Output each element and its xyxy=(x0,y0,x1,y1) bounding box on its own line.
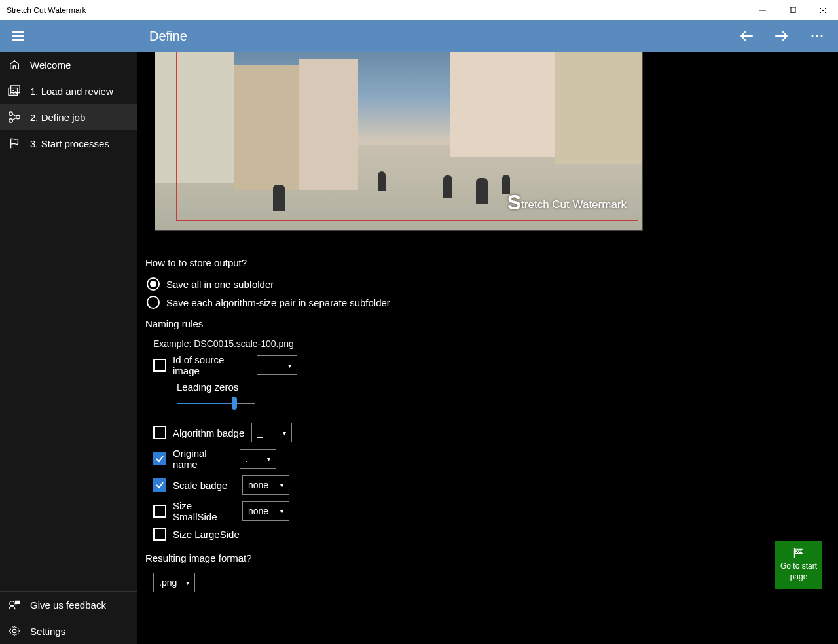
sidebar-item-load[interactable]: 1. Load and review xyxy=(0,78,137,104)
radio-label: Save each algorithm-size pair in separat… xyxy=(166,297,390,308)
chevron-down-icon: ▾ xyxy=(283,429,286,437)
row-id-source-image: Id of source image _ ▾ xyxy=(153,354,838,376)
crop-guide-right-line xyxy=(638,52,638,241)
svg-rect-25 xyxy=(796,552,797,554)
radio-label: Save all in one subfolder xyxy=(166,279,274,290)
checkbox-size-small[interactable] xyxy=(153,505,166,518)
checkbox-label: Size SmallSide xyxy=(173,500,236,522)
svg-rect-26 xyxy=(798,552,799,554)
checkbox-label: Size LargeSide xyxy=(173,529,240,540)
slider-label: Leading zeros xyxy=(177,382,838,393)
checkbox-original-name[interactable] xyxy=(153,452,166,465)
svg-point-19 xyxy=(10,601,14,606)
main-panel: Stretch Cut Watermark How to to store ou… xyxy=(137,52,838,644)
flag-icon xyxy=(8,137,21,150)
app-header: Define xyxy=(0,20,838,52)
sidebar-item-define[interactable]: 2. Define job xyxy=(0,104,137,130)
window-title: Stretch Cut Watermark xyxy=(7,6,86,15)
checkbox-label: Algorithm badge xyxy=(173,427,245,438)
page-title: Define xyxy=(149,29,187,44)
crop-guide-vertical xyxy=(168,52,638,241)
sidebar-item-welcome[interactable]: Welcome xyxy=(0,52,137,78)
checkbox-label: Original name xyxy=(173,448,233,470)
example-text: Example: DSC0015.scale-100.png xyxy=(153,338,838,349)
radio-icon xyxy=(147,296,160,309)
feedback-icon xyxy=(8,598,21,611)
svg-line-18 xyxy=(12,118,16,120)
select-scale-badge-sep[interactable]: none ▾ xyxy=(242,475,289,495)
select-id-source-sep[interactable]: _ ▾ xyxy=(257,355,297,375)
row-size-largeside: Size LargeSide xyxy=(153,528,838,541)
svg-rect-24 xyxy=(799,551,801,552)
svg-point-16 xyxy=(16,115,20,118)
maximize-button[interactable] xyxy=(778,0,808,20)
checkbox-label: Id of source image xyxy=(173,354,250,376)
preview-area: Stretch Cut Watermark xyxy=(145,52,643,231)
radio-icon xyxy=(147,277,160,291)
svg-rect-2 xyxy=(791,7,796,12)
row-leading-zeros: Leading zeros xyxy=(177,382,838,404)
sidebar-feedback[interactable]: Give us feedback xyxy=(0,592,137,618)
sidebar-item-start[interactable]: 3. Start processes xyxy=(0,130,137,156)
flag-icon xyxy=(792,547,805,559)
crop-guide-left-line xyxy=(177,52,177,241)
sidebar-item-label: 3. Start processes xyxy=(30,138,109,149)
home-icon xyxy=(8,58,21,71)
checkbox-label: Scale badge xyxy=(173,480,236,491)
select-algorithm-sep[interactable]: _ ▾ xyxy=(251,423,292,442)
chevron-down-icon: ▾ xyxy=(288,362,291,369)
svg-point-13 xyxy=(12,90,14,91)
radio-save-separate-subfolder[interactable]: Save each algorithm-size pair in separat… xyxy=(147,296,838,309)
go-start-label-1: Go to start xyxy=(780,562,817,572)
sidebar-item-label: 1. Load and review xyxy=(30,86,113,97)
chevron-down-icon: ▾ xyxy=(280,508,283,515)
section-naming-rules: Naming rules xyxy=(145,318,838,329)
checkbox-id-source[interactable] xyxy=(153,359,166,372)
sidebar-item-label: Welcome xyxy=(30,60,71,71)
sidebar-item-label: Settings xyxy=(30,626,65,637)
radio-save-one-subfolder[interactable]: Save all in one subfolder xyxy=(147,277,838,291)
row-scale-badge: Scale badge none ▾ xyxy=(153,475,838,495)
select-result-format[interactable]: .png ▾ xyxy=(153,573,195,592)
row-original-name: Original name . ▾ xyxy=(153,448,838,470)
svg-rect-21 xyxy=(796,550,797,551)
svg-point-20 xyxy=(12,629,16,632)
hamburger-icon[interactable] xyxy=(5,23,31,49)
slider-leading-zeros[interactable] xyxy=(177,402,255,404)
forward-icon[interactable] xyxy=(774,28,790,44)
chevron-down-icon: ▾ xyxy=(186,579,189,586)
go-start-label-2: page xyxy=(790,572,808,582)
svg-point-15 xyxy=(9,119,12,122)
go-to-start-button[interactable]: Go to start page xyxy=(775,541,822,589)
nodes-icon xyxy=(8,111,21,124)
photos-icon xyxy=(8,84,21,98)
chevron-down-icon: ▾ xyxy=(267,456,270,463)
svg-line-17 xyxy=(12,114,16,116)
select-size-small-sep[interactable]: none ▾ xyxy=(242,501,289,521)
svg-point-8 xyxy=(812,35,814,37)
sidebar: Welcome 1. Load and review 2. Define job… xyxy=(0,52,137,644)
section-store-output: How to to store output? xyxy=(145,257,838,268)
select-original-name-sep[interactable]: . ▾ xyxy=(240,449,276,469)
sidebar-item-label: Give us feedback xyxy=(30,599,106,611)
chevron-down-icon: ▾ xyxy=(280,482,283,489)
svg-point-10 xyxy=(821,35,823,37)
svg-point-9 xyxy=(816,35,818,37)
sidebar-item-label: 2. Define job xyxy=(30,112,85,123)
svg-rect-23 xyxy=(797,551,798,552)
svg-point-14 xyxy=(9,112,12,115)
checkbox-size-large[interactable] xyxy=(153,528,166,541)
sidebar-settings[interactable]: Settings xyxy=(0,618,137,644)
minimize-button[interactable] xyxy=(748,0,778,20)
close-button[interactable] xyxy=(808,0,838,20)
back-icon[interactable] xyxy=(738,28,754,44)
checkbox-scale-badge[interactable] xyxy=(153,478,166,492)
more-icon[interactable] xyxy=(809,28,825,44)
row-algorithm-badge: Algorithm badge _ ▾ xyxy=(153,423,838,442)
svg-rect-22 xyxy=(798,550,799,551)
checkbox-algorithm-badge[interactable] xyxy=(153,426,166,439)
gear-icon xyxy=(8,624,21,637)
section-result-format: Resulting image format? xyxy=(145,552,838,564)
window-titlebar: Stretch Cut Watermark xyxy=(0,0,838,20)
row-size-smallside: Size SmallSide none ▾ xyxy=(153,500,838,522)
